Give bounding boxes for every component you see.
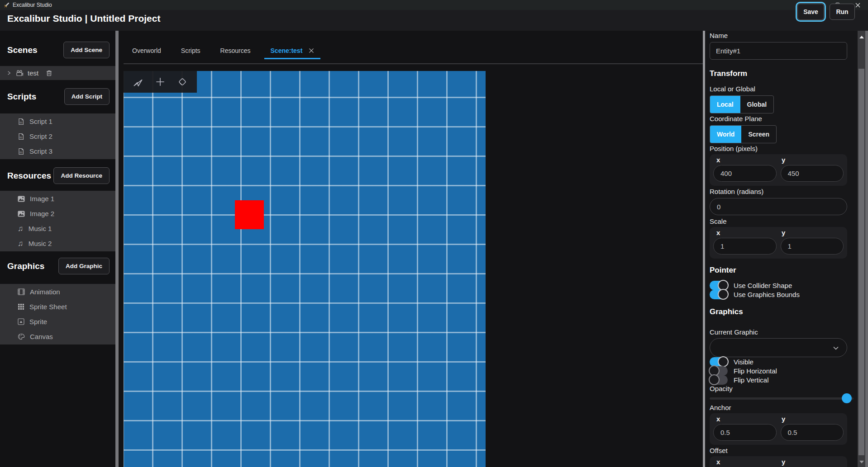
- run-button[interactable]: Run: [830, 4, 855, 20]
- scale-x-input[interactable]: [713, 238, 777, 255]
- cursor-tool-button[interactable]: [130, 74, 146, 90]
- resources-list: Image 1 Image 2 ♫ Music 1 ♫ Music 2: [0, 191, 115, 251]
- flip-horizontal-label: Flip Horizontal: [734, 367, 777, 375]
- script-item-label: Script 2: [29, 132, 52, 140]
- sidebar-resize-handle[interactable]: [115, 31, 119, 467]
- scale-y-label: y: [778, 229, 844, 236]
- offset-y-label: y: [778, 458, 844, 466]
- anchor-group: x y: [710, 413, 847, 445]
- titlebar: Excalibur Studio: [0, 0, 868, 10]
- toggle-knob: [718, 356, 729, 367]
- position-y-input[interactable]: [781, 165, 844, 182]
- graphic-item-label: Sprite Sheet: [29, 303, 67, 311]
- inspector-resize-handle[interactable]: [703, 31, 705, 467]
- script-file-icon: 01: [18, 133, 24, 140]
- anchor-x-input[interactable]: [713, 424, 777, 441]
- add-scene-button[interactable]: Add Scene: [63, 42, 110, 58]
- scroll-down-arrow-icon[interactable]: [859, 461, 864, 463]
- resources-heading: Resources: [7, 171, 51, 181]
- project-title: Excalibur Studio | Untitled Project: [7, 13, 160, 24]
- anchor-y-label: y: [778, 415, 844, 423]
- world-option[interactable]: World: [710, 126, 741, 143]
- local-global-label: Local or Global: [710, 85, 847, 93]
- position-x-input[interactable]: [713, 165, 777, 182]
- global-option[interactable]: Global: [740, 96, 774, 113]
- sidebar: Scenes Add Scene test Scripts Add S: [0, 31, 115, 467]
- opacity-slider-thumb[interactable]: [842, 393, 852, 403]
- script-file-icon: 01: [18, 118, 24, 125]
- scale-group: x y: [710, 227, 847, 259]
- scenes-section-header: Scenes Add Scene: [0, 42, 115, 58]
- window-scrollbar-edge[interactable]: [865, 30, 868, 467]
- resource-item-label: Music 2: [29, 240, 52, 247]
- entity-rect[interactable]: [235, 200, 264, 229]
- graphic-list-item[interactable]: Sprite Sheet: [0, 299, 115, 314]
- entity-name-input[interactable]: [710, 42, 847, 60]
- screen-option[interactable]: Screen: [741, 126, 776, 143]
- anchor-y-input[interactable]: [781, 424, 844, 441]
- coordinate-plane-segmented: World Screen: [710, 125, 777, 143]
- resource-list-item[interactable]: ♫ Music 1: [0, 221, 115, 236]
- scale-y-input[interactable]: [781, 238, 844, 255]
- save-button[interactable]: Save: [797, 4, 824, 20]
- offset-x-label: x: [713, 458, 778, 466]
- scrollbar-thumb[interactable]: [858, 69, 864, 455]
- opacity-slider[interactable]: [710, 397, 854, 400]
- use-collider-shape-toggle[interactable]: [710, 281, 728, 290]
- close-tab-icon[interactable]: [309, 48, 314, 53]
- graphic-list-item[interactable]: Sprite: [0, 314, 115, 329]
- sprite-sheet-icon: [18, 303, 24, 310]
- script-list-item[interactable]: 01 Script 1: [0, 114, 115, 129]
- add-script-button[interactable]: Add Script: [64, 88, 110, 105]
- image-icon: [18, 211, 25, 217]
- trash-icon[interactable]: [46, 70, 52, 77]
- add-graphic-button[interactable]: Add Graphic: [58, 258, 110, 274]
- script-list-item[interactable]: 01 Script 2: [0, 129, 115, 144]
- resource-item-label: Image 1: [30, 195, 54, 203]
- transform-heading: Transform: [710, 69, 847, 78]
- scene-canvas[interactable]: [124, 71, 486, 467]
- editor-area: Overworld Scripts Resources Scene:test: [119, 31, 703, 467]
- tab-scripts[interactable]: Scripts: [180, 42, 201, 59]
- eraser-tool-button[interactable]: [175, 74, 190, 90]
- local-option[interactable]: Local: [710, 96, 740, 113]
- resource-list-item[interactable]: Image 2: [0, 206, 115, 221]
- graphic-list-item[interactable]: Animation: [0, 284, 115, 299]
- use-graphics-bounds-toggle[interactable]: [710, 290, 728, 299]
- inspector-scrollbar[interactable]: [858, 30, 865, 467]
- scripts-section-header: Scripts Add Script: [0, 88, 115, 105]
- flip-vertical-toggle[interactable]: [710, 375, 728, 385]
- pointer-heading: Pointer: [710, 266, 847, 275]
- flip-horizontal-toggle[interactable]: [710, 366, 728, 376]
- tab-scene-test[interactable]: Scene:test: [270, 42, 315, 59]
- tab-label: Resources: [220, 47, 251, 54]
- scene-list-item[interactable]: test: [0, 66, 115, 80]
- cursor-icon: [132, 76, 144, 88]
- graphic-list-item[interactable]: Canvas: [0, 329, 115, 344]
- toggle-knob: [709, 374, 720, 385]
- tab-overworld[interactable]: Overworld: [131, 42, 162, 59]
- visible-toggle[interactable]: [710, 357, 728, 367]
- tab-resources[interactable]: Resources: [219, 42, 252, 59]
- tab-label: Scripts: [181, 47, 200, 54]
- inspector-panel: Name Transform Local or Global Local Glo…: [705, 30, 868, 467]
- offset-group: x y: [710, 456, 847, 467]
- current-graphic-dropdown[interactable]: [710, 338, 847, 357]
- image-icon: [18, 196, 25, 202]
- chevron-right-icon[interactable]: [6, 70, 12, 76]
- rotation-input[interactable]: [710, 198, 847, 215]
- resource-list-item[interactable]: Image 1: [0, 191, 115, 206]
- graphic-item-label: Sprite: [29, 318, 47, 325]
- scroll-up-arrow-icon[interactable]: [859, 36, 864, 38]
- visible-row: Visible: [710, 357, 847, 366]
- resource-list-item[interactable]: ♫ Music 2: [0, 236, 115, 251]
- add-resource-button[interactable]: Add Resource: [53, 167, 110, 184]
- use-graphics-bounds-label: Use Graphics Bounds: [734, 291, 800, 298]
- script-list-item[interactable]: 01 Script 3: [0, 144, 115, 159]
- add-tool-button[interactable]: [153, 74, 168, 90]
- current-graphic-label: Current Graphic: [710, 328, 847, 336]
- tab-label: Scene:test: [271, 47, 303, 54]
- use-collider-shape-row: Use Collider Shape: [710, 281, 847, 290]
- graphic-item-label: Canvas: [30, 333, 53, 340]
- canvas-toolbar: [124, 71, 197, 93]
